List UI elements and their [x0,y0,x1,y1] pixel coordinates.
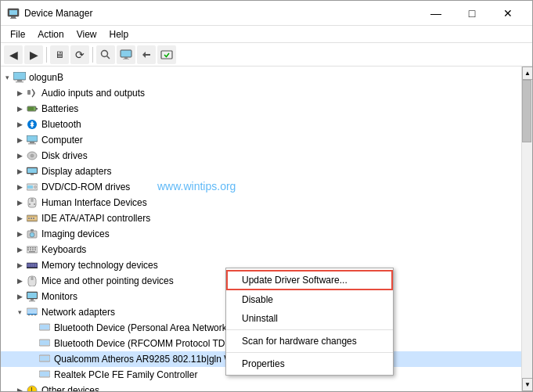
imaging-icon [26,228,38,240]
svg-point-4 [102,50,108,56]
scroll-up-btn[interactable]: ▲ [522,67,532,80]
mice-expander[interactable]: ▶ [13,275,26,287]
window-controls: — □ ✕ [418,1,526,26]
batteries-expander[interactable]: ▶ [13,102,26,115]
svg-rect-44 [30,247,31,249]
title-bar: Device Manager — □ ✕ [1,1,532,26]
qualcomm-icon [38,353,51,365]
svg-rect-3 [10,18,16,19]
memory-expander[interactable]: ▶ [13,259,26,272]
device-manager-window: Device Manager — □ ✕ File Action View He… [0,0,533,392]
svg-rect-37 [31,218,32,219]
maximize-button[interactable]: □ [454,1,490,26]
toolbar-refresh[interactable]: ⟳ [70,45,89,64]
content-area: ▾ ologunB ▶ [1,67,532,391]
mouse-icon [26,275,38,287]
context-menu: Update Driver Software... Disable Uninst… [225,268,394,376]
menu-view[interactable]: View [70,27,103,41]
hid-expander[interactable]: ▶ [13,196,26,209]
toolbar-properties[interactable]: 🖥 [50,45,69,64]
minimize-button[interactable]: — [418,1,454,26]
ctx-disable[interactable]: Disable [226,290,393,309]
disk-expander[interactable]: ▶ [13,149,26,162]
svg-rect-53 [27,264,29,267]
tree-root[interactable]: ▾ ologunB [1,70,521,85]
computer-expander[interactable]: ▶ [13,134,26,146]
tree-item-batteries[interactable]: ▶ Batteries [1,101,521,117]
menu-action[interactable]: Action [31,27,70,41]
svg-rect-27 [27,185,33,189]
svg-rect-73 [40,325,49,329]
svg-rect-63 [27,293,37,298]
toolbar-scan[interactable] [157,45,176,64]
svg-point-69 [28,315,30,316]
toolbar: ◀ ▶ 🖥 ⟳ [1,43,532,67]
monitors-expander[interactable]: ▶ [13,290,26,303]
menu-help[interactable]: Help [103,27,135,41]
tree-item-imaging[interactable]: ▶ Imaging devices [1,226,521,242]
svg-rect-64 [31,299,34,300]
tree-item-disk[interactable]: ▶ Disk drives [1,148,521,164]
menu-file[interactable]: File [4,27,31,41]
other-icon: ! [26,384,38,391]
svg-rect-25 [31,174,34,175]
scroll-track[interactable] [522,80,532,378]
scroll-down-btn[interactable]: ▼ [522,378,532,391]
svg-rect-46 [34,247,36,249]
tree-item-audio[interactable]: ▶ Audio inputs and outputs [1,85,521,101]
root-expander[interactable]: ▾ [1,71,13,84]
svg-point-40 [30,232,34,237]
batteries-icon [26,102,38,115]
ctx-properties[interactable]: Properties [226,354,393,373]
dvd-expander[interactable]: ▶ [13,181,26,193]
scroll-thumb[interactable] [522,80,531,142]
tree-item-hid[interactable]: ▶ Human Interface Devices [1,195,521,210]
menu-bar: File Action View Help [1,26,532,43]
ide-expander[interactable]: ▶ [13,212,26,225]
tree-item-other[interactable]: ▶ ! Other devices [1,383,521,391]
ctx-scan[interactable]: Scan for hardware changes [226,332,393,351]
audio-label: Audio inputs and outputs [41,88,145,99]
tree-item-dvd[interactable]: ▶ DVD/CD-ROM drives [1,179,521,195]
tree-item-keyboards[interactable]: ▶ Keyboards [1,242,521,257]
keyboards-expander[interactable]: ▶ [13,243,26,256]
ctx-update-driver[interactable]: Update Driver Software... [226,270,393,290]
display-expander[interactable]: ▶ [13,165,26,178]
toolbar-update[interactable] [137,45,156,64]
svg-rect-56 [34,264,35,267]
audio-icon [26,87,38,99]
svg-line-5 [107,56,110,59]
tree-item-computer[interactable]: ▶ Computer [1,132,521,148]
batteries-label: Batteries [41,103,78,114]
realtek-label: Realtek PCIe FE Family Controller [54,369,197,380]
tree-item-bluetooth[interactable]: ▶ Bluetooth [1,117,521,132]
bluetooth-expander[interactable]: ▶ [13,118,26,131]
imaging-expander[interactable]: ▶ [13,228,26,240]
svg-rect-36 [28,218,30,219]
svg-rect-79 [40,372,49,376]
tree-item-ide[interactable]: ▶ IDE ATA/ATAPI controllers [1,210,521,226]
ctx-uninstall[interactable]: Uninstall [226,309,393,328]
toolbar-back[interactable]: ◀ [4,45,23,64]
toolbar-sep-1 [46,47,47,63]
bt-pan-label: Bluetooth Device (Personal Area Network) [54,322,230,333]
computer-icon [26,134,38,146]
display-label: Display adapters [41,166,111,177]
other-expander[interactable]: ▶ [13,384,26,391]
toolbar-forward[interactable]: ▶ [24,45,43,64]
ctx-sep-2 [226,352,393,353]
svg-rect-9 [161,51,172,59]
network-expander[interactable]: ▾ [13,306,26,318]
monitors-label: Monitors [41,291,77,302]
ide-icon [26,212,38,225]
svg-rect-13 [27,90,31,95]
svg-point-32 [29,203,31,205]
toolbar-device-manager-icon[interactable] [117,45,135,64]
tree-item-display[interactable]: ▶ Display adapters [1,164,521,179]
audio-expander[interactable]: ▶ [13,87,26,99]
toolbar-search[interactable] [96,45,115,64]
memory-label: Memory technology devices [41,260,158,271]
close-button[interactable]: ✕ [490,1,526,26]
scrollbar[interactable]: ▲ ▼ [521,67,532,391]
svg-rect-10 [13,72,26,80]
